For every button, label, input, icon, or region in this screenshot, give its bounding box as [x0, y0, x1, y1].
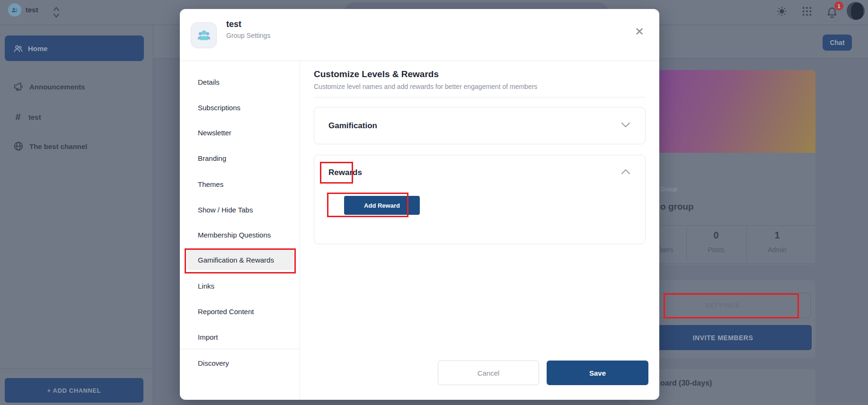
chat-button[interactable]: Chat — [823, 35, 852, 51]
modal-header: test Group Settings ✕ — [180, 9, 659, 61]
add-reward-button[interactable]: Add Reward — [344, 196, 420, 215]
sidebar-item-best-channel[interactable]: The best channel — [0, 133, 153, 159]
sidebar-item-test[interactable]: # test — [0, 104, 153, 130]
menu-item-import[interactable]: Import — [180, 326, 300, 347]
divider — [686, 227, 687, 262]
apps-menu-button[interactable] — [801, 5, 813, 18]
menu-item-gamification-rewards[interactable]: Gamification & Rewards — [187, 249, 293, 270]
theme-toggle-button[interactable] — [776, 5, 788, 18]
settings-content: Customize Levels & Rewards Customize lev… — [300, 61, 659, 399]
gamification-accordion[interactable]: Gamification — [314, 107, 646, 144]
group-name-text: o group — [660, 202, 694, 212]
page-title: Customize Levels & Rewards — [314, 69, 439, 79]
menu-item-details[interactable]: Details — [180, 71, 300, 92]
sidebar-divider — [0, 369, 153, 369]
rewards-accordion[interactable]: Rewards Add Reward — [314, 155, 646, 244]
group-settings-modal: test Group Settings ✕ Details Subscripti… — [180, 9, 659, 400]
sidebar-item-label: test — [28, 113, 41, 121]
stat-members-label: bers — [660, 246, 673, 254]
people-icon — [13, 44, 23, 53]
workspace-avatar[interactable] — [8, 3, 21, 17]
accordion-title: Gamification — [328, 121, 377, 131]
sidebar-item-label: Home — [28, 44, 48, 53]
stat-admin-value: 1 — [749, 230, 806, 241]
menu-item-newsletter[interactable]: Newsletter — [180, 122, 300, 143]
page-subtitle: Customize level names and add rewards fo… — [314, 83, 537, 90]
user-avatar[interactable] — [847, 2, 865, 20]
chevron-down-icon[interactable] — [620, 122, 631, 128]
apps-grid-icon — [802, 6, 812, 17]
menu-item-discovery[interactable]: Discovery — [180, 352, 300, 373]
menu-item-links[interactable]: Links — [180, 275, 300, 296]
settings-button[interactable]: SETTINGS — [634, 293, 811, 318]
menu-item-themes[interactable]: Themes — [180, 174, 300, 194]
add-channel-button[interactable]: + ADD CHANNEL — [5, 378, 143, 403]
notification-badge: 1 — [834, 1, 843, 10]
divider — [746, 227, 747, 262]
stat-admin-label: Admin — [749, 246, 806, 254]
leaderboard-title: oard (30-days) — [660, 379, 712, 387]
sidebar-item-label: The best channel — [29, 142, 88, 150]
menu-item-subscriptions[interactable]: Subscriptions — [180, 97, 300, 118]
group-type-text: Group — [660, 185, 677, 193]
globe-icon — [13, 141, 24, 151]
close-icon[interactable]: ✕ — [635, 26, 644, 37]
menu-item-show-hide-tabs[interactable]: Show / Hide Tabs — [180, 199, 300, 220]
channel-sidebar: Home Announcements # test The best chann… — [0, 25, 153, 405]
chevron-up-icon[interactable] — [620, 168, 631, 175]
invite-members-button[interactable]: INVITE MEMBERS — [634, 325, 812, 350]
modal-title: test — [226, 19, 241, 29]
workspace-switcher[interactable] — [52, 6, 61, 19]
unfold-more-icon — [52, 6, 61, 19]
accordion-title: Rewards — [328, 168, 362, 177]
megaphone-icon — [13, 81, 24, 92]
menu-item-branding[interactable]: Branding — [180, 148, 300, 168]
cancel-button[interactable]: Cancel — [438, 361, 539, 385]
sun-icon — [777, 6, 787, 17]
modal-subtitle: Group Settings — [226, 32, 270, 39]
stat-posts-label: Posts — [688, 246, 744, 254]
sidebar-item-announcements[interactable]: Announcements — [0, 74, 153, 99]
sidebar-item-label: Announcements — [29, 83, 85, 91]
group-avatar — [191, 22, 217, 48]
hash-icon: # — [13, 112, 23, 123]
menu-item-reported-content[interactable]: Reported Content — [180, 301, 300, 322]
people-group-icon — [195, 27, 213, 44]
workspace-name: test — [26, 6, 38, 14]
menu-divider — [180, 349, 300, 349]
save-button[interactable]: Save — [547, 361, 648, 385]
modal-body: Details Subscriptions Newsletter Brandin… — [180, 61, 659, 399]
menu-item-membership-questions[interactable]: Membership Questions — [180, 224, 300, 245]
stat-posts-value: 0 — [688, 230, 744, 241]
sidebar-item-home[interactable]: Home — [5, 35, 144, 61]
settings-menu: Details Subscriptions Newsletter Brandin… — [180, 61, 300, 399]
people-icon — [11, 6, 18, 14]
divider — [314, 97, 646, 97]
